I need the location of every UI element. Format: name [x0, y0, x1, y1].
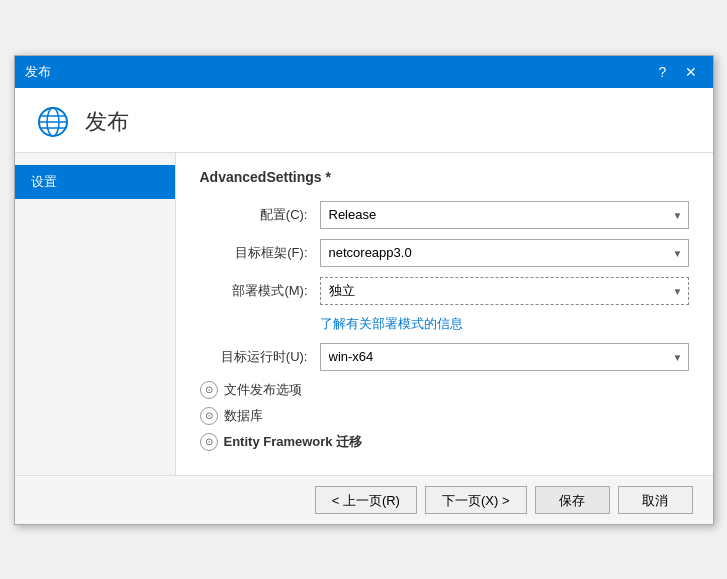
config-select[interactable]: Release Debug — [320, 201, 689, 229]
runtime-control: win-x64 win-x86 linux-x64 ▼ — [320, 343, 689, 371]
dialog-footer: < 上一页(R) 下一页(X) > 保存 取消 — [15, 475, 713, 524]
deploy-mode-select[interactable]: 独立 依赖框架 — [320, 277, 689, 305]
close-button[interactable]: ✕ — [679, 60, 703, 84]
prev-button[interactable]: < 上一页(R) — [315, 486, 417, 514]
next-button[interactable]: 下一页(X) > — [425, 486, 527, 514]
title-bar: 发布 ? ✕ — [15, 56, 713, 88]
deploy-mode-control: 独立 依赖框架 ▼ — [320, 277, 689, 305]
config-label: 配置(C): — [200, 206, 320, 224]
help-button[interactable]: ? — [651, 60, 675, 84]
config-control: Release Debug ▼ — [320, 201, 689, 229]
sidebar-item-settings[interactable]: 设置 — [15, 165, 175, 199]
config-row: 配置(C): Release Debug ▼ — [200, 201, 689, 229]
title-bar-actions: ? ✕ — [651, 60, 703, 84]
main-content: AdvancedSettings * 配置(C): Release Debug … — [175, 153, 713, 475]
title-bar-left: 发布 — [25, 63, 51, 81]
runtime-row: 目标运行时(U): win-x64 win-x86 linux-x64 ▼ — [200, 343, 689, 371]
sidebar: 设置 — [15, 153, 175, 475]
save-button[interactable]: 保存 — [535, 486, 610, 514]
runtime-select[interactable]: win-x64 win-x86 linux-x64 — [320, 343, 689, 371]
file-publish-label: 文件发布选项 — [224, 381, 302, 399]
file-publish-section[interactable]: ⊙ 文件发布选项 — [200, 381, 689, 399]
database-section[interactable]: ⊙ 数据库 — [200, 407, 689, 425]
framework-row: 目标框架(F): netcoreapp3.0 ▼ — [200, 239, 689, 267]
framework-label: 目标框架(F): — [200, 244, 320, 262]
publish-dialog: 发布 ? ✕ 发布 设置 AdvancedSetti — [14, 55, 714, 525]
ef-migration-section[interactable]: ⊙ Entity Framework 迁移 — [200, 433, 689, 451]
ef-migration-collapse-icon: ⊙ — [200, 433, 218, 451]
deploy-mode-label: 部署模式(M): — [200, 282, 320, 300]
file-publish-collapse-icon: ⊙ — [200, 381, 218, 399]
deploy-mode-row: 部署模式(M): 独立 依赖框架 ▼ — [200, 277, 689, 305]
dialog-title: 发布 — [85, 107, 129, 137]
dialog-body: 设置 AdvancedSettings * 配置(C): Release Deb… — [15, 153, 713, 475]
ef-migration-label: Entity Framework 迁移 — [224, 433, 363, 451]
runtime-label: 目标运行时(U): — [200, 348, 320, 366]
database-collapse-icon: ⊙ — [200, 407, 218, 425]
framework-select[interactable]: netcoreapp3.0 — [320, 239, 689, 267]
dialog-header: 发布 — [15, 88, 713, 153]
title-bar-title: 发布 — [25, 63, 51, 81]
framework-control: netcoreapp3.0 ▼ — [320, 239, 689, 267]
database-label: 数据库 — [224, 407, 263, 425]
section-title: AdvancedSettings * — [200, 169, 689, 185]
globe-icon — [35, 104, 71, 140]
deploy-mode-info-link[interactable]: 了解有关部署模式的信息 — [320, 315, 689, 333]
cancel-button[interactable]: 取消 — [618, 486, 693, 514]
